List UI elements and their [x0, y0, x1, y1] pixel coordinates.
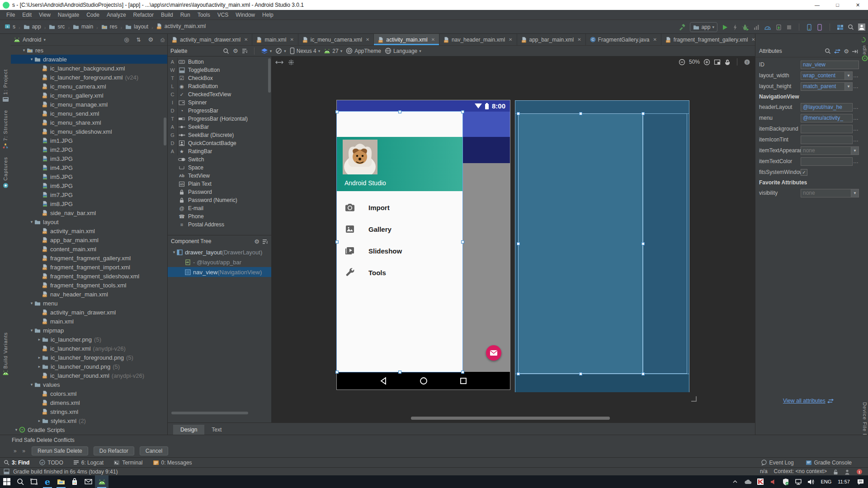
selection-handle[interactable] — [642, 372, 645, 375]
editor-tab-fragmentgallery-java[interactable]: CFragmentGallery.java✕ — [586, 34, 661, 45]
toolwindow-event-log[interactable]: Event Log — [761, 460, 794, 466]
menu-code[interactable]: Code — [83, 12, 103, 18]
itemicontint-input[interactable] — [801, 136, 853, 144]
menu-help[interactable]: Help — [259, 12, 277, 18]
profile-play-button[interactable] — [753, 23, 760, 30]
tree-item-im2-jpg[interactable]: im2.JPG — [11, 145, 167, 154]
close-tab-icon[interactable]: ✕ — [431, 37, 435, 42]
toolwindow-6-logcat[interactable]: 6: Logcat — [73, 460, 104, 466]
headerlayout-input[interactable]: @layout/nav_he — [801, 103, 853, 112]
selection-handle[interactable] — [335, 240, 339, 244]
selection-handle[interactable] — [335, 110, 339, 113]
palette-item-radiobutton[interactable]: ◉RadioButton — [178, 82, 267, 90]
tree-item-ic-launcher-xml[interactable]: <>ic_launcher.xml(anydpi-v26) — [11, 344, 167, 353]
stop-button[interactable] — [786, 24, 792, 30]
tray-notif[interactable] — [854, 475, 866, 488]
blueprint-view[interactable] — [515, 100, 689, 392]
tree-item-app-bar-main-xml[interactable]: <>app_bar_main.xml — [11, 235, 167, 244]
tree-expand-arrow[interactable]: ▾ — [29, 382, 34, 387]
menu-tools[interactable]: Tools — [194, 12, 214, 18]
tool-stripe-7-structure[interactable]: 7: Structure — [0, 110, 11, 149]
taskbar-edge[interactable]: e — [41, 475, 54, 488]
palette-category-l[interactable]: L — [168, 82, 178, 90]
language-selector[interactable]: Language▾ — [385, 47, 421, 54]
tray-volume[interactable] — [806, 475, 816, 488]
attr-more-button[interactable]: … — [853, 158, 859, 164]
tree-item-side-nav-bar-xml[interactable]: <>side_nav_bar.xml — [11, 208, 167, 217]
locate-button[interactable]: ◎ — [124, 36, 129, 43]
taskbar-tb-search[interactable] — [14, 475, 27, 488]
menu-view[interactable]: View — [35, 12, 54, 18]
tree-expand-arrow[interactable]: ▾ — [29, 328, 34, 333]
taskbar-start[interactable] — [0, 475, 14, 488]
tree-item-values[interactable]: ▾values — [11, 380, 167, 389]
search-button[interactable] — [848, 24, 854, 31]
palette-category-d[interactable]: D — [168, 107, 178, 115]
taskbar-taskview[interactable] — [27, 475, 41, 488]
nav-back-button[interactable] — [380, 377, 387, 385]
canvas-horizontal-scrollbar[interactable] — [411, 417, 610, 420]
selection-handle[interactable] — [398, 371, 401, 374]
component-tree-sort-button[interactable] — [262, 238, 268, 244]
tree-item-gradle-scripts[interactable]: ▾Gradle Scripts — [11, 425, 167, 434]
palette-item-quickcontactbadge[interactable]: QuickContactBadge — [178, 139, 267, 147]
selection-handle[interactable] — [398, 110, 401, 113]
menu-build[interactable]: Build — [157, 12, 177, 18]
hammer-button[interactable] — [678, 23, 686, 31]
tree-collapse-arrow[interactable]: ▸ — [37, 355, 42, 360]
palette-item-checkbox[interactable]: ☑CheckBox — [178, 74, 267, 82]
flash-button[interactable] — [732, 23, 738, 30]
tool-stripe-1-project[interactable]: 1: Project — [0, 69, 11, 102]
close-button[interactable]: ✕ — [848, 0, 868, 10]
menu-navigate[interactable]: Navigate — [54, 12, 83, 18]
palette-category-d[interactable]: D — [168, 139, 178, 147]
id-input[interactable]: nav_view — [801, 61, 859, 69]
toolwindow-terminal[interactable]: Terminal — [113, 460, 142, 466]
layout-height-value[interactable]: match_parent — [801, 82, 845, 91]
tree-collapse-arrow[interactable]: ▸ — [37, 364, 42, 369]
attributes-search-button[interactable] — [825, 48, 831, 55]
issues-button[interactable]: ! — [744, 58, 750, 65]
palette-search-button[interactable] — [223, 48, 229, 54]
design-surface-selector[interactable]: ▾ — [261, 48, 272, 54]
tree-item-main-xml[interactable]: <>main.xml — [11, 317, 167, 326]
avd-device2-button[interactable] — [816, 23, 823, 30]
taskbar-studio[interactable] — [95, 475, 108, 488]
tree-item-nav-header-main-xml[interactable]: <>nav_header_main.xml — [11, 290, 167, 299]
device-selector[interactable]: Nexus 4▾ — [290, 47, 321, 54]
component-tree-settings-button[interactable]: ⚙ — [254, 238, 259, 244]
menu-input[interactable]: @menu/activity_ — [801, 114, 853, 122]
palette-item-seekbar-discrete[interactable]: SeekBar (Discrete) — [178, 131, 267, 139]
blueprint-navview-rect[interactable] — [518, 113, 643, 374]
palette-sort-button[interactable] — [242, 48, 248, 54]
palette-category-t[interactable]: T — [168, 115, 178, 123]
breadcrumb-activity-main-xml[interactable]: <>activity_main.xml — [156, 23, 206, 29]
tree-item-ic-menu-slideshow-xml[interactable]: <>ic_menu_slideshow.xml — [11, 127, 167, 136]
project-scrollbar[interactable] — [164, 117, 166, 145]
editor-tab-activity-main-drawer-xml[interactable]: <>activity_main_drawer.xml✕ — [168, 34, 252, 45]
avd-device-button[interactable] — [806, 23, 812, 30]
maximize-button[interactable]: □ — [827, 0, 848, 10]
tree-item-im7-jpg[interactable]: im7.JPG — [11, 190, 167, 199]
do-refactor-button[interactable]: Do Refactor — [94, 446, 134, 455]
layout-width-value[interactable]: wrap_content — [801, 71, 845, 80]
mode-tab-text[interactable]: Text — [204, 425, 229, 435]
tree-item-drawable[interactable]: ▾drawable — [11, 55, 167, 64]
navigation-drawer[interactable]: Android Studio ImportGallerySlideshowToo… — [337, 112, 462, 372]
zoom-in-button[interactable] — [703, 58, 710, 65]
palette-item-postal-address[interactable]: ≡Postal Address — [178, 221, 267, 229]
debug-button[interactable] — [742, 23, 749, 30]
taskbar-language[interactable]: ENG — [819, 479, 833, 484]
attributes-settings-button[interactable]: ⚙ — [844, 47, 849, 54]
dropdown-arrow-icon[interactable]: ▼ — [845, 71, 853, 80]
tree-item-im8-jpg[interactable]: im8.JPG — [11, 199, 167, 208]
palette-item-textview[interactable]: AbTextView — [178, 172, 267, 180]
tree-item-im3-jpg[interactable]: im3.JPG — [11, 154, 167, 163]
api-selector[interactable]: 27▾ — [324, 48, 342, 54]
dropdown-arrow-icon[interactable]: ▼ — [851, 146, 859, 155]
attr-more-button[interactable]: … — [853, 104, 859, 110]
drawer-item-import[interactable]: Import — [337, 197, 462, 218]
attach-button[interactable] — [775, 23, 782, 30]
tree-item-strings-xml[interactable]: <>strings.xml — [11, 407, 167, 416]
attr-more-button[interactable]: … — [853, 136, 859, 143]
